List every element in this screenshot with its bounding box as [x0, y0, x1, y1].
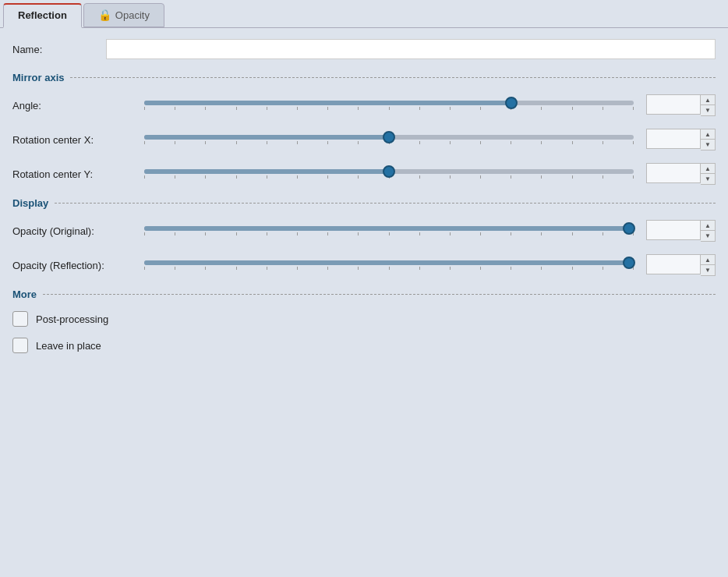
leave-in-place-checkbox[interactable] — [12, 338, 28, 353]
rotation-y-slider-fill — [144, 169, 389, 174]
rotation-y-row: Rotation center Y: 0 ▲ — [12, 163, 716, 185]
opacity-reflection-slider-fill — [144, 260, 629, 265]
opacity-reflection-slider-track[interactable] — [144, 260, 634, 265]
angle-row: Angle: 90° ▲ ▼ — [12, 94, 716, 116]
opacity-original-value[interactable]: 100 % — [646, 220, 701, 240]
angle-slider-thumb[interactable] — [505, 97, 518, 109]
opacity-original-slider-track[interactable] — [144, 226, 634, 231]
lock-icon: 🔒 — [98, 9, 111, 21]
tab-opacity[interactable]: 🔒 Opacity — [83, 3, 164, 27]
rotation-x-row: Rotation center X: 0 ▲ — [12, 129, 716, 150]
tab-bar: Reflection 🔒 Opacity — [0, 0, 728, 28]
name-input[interactable] — [106, 39, 716, 59]
opacity-original-slider-container — [141, 220, 637, 242]
mirror-axis-title: Mirror axis — [12, 72, 64, 83]
opacity-original-row: Opacity (Original): 100 % ▲ — [12, 220, 716, 242]
rotation-y-down-button[interactable]: ▼ — [701, 174, 715, 184]
opacity-reflection-spinner: 100 % ▲ ▼ — [646, 254, 716, 276]
opacity-original-ticks — [144, 232, 634, 235]
tab-reflection-label: Reflection — [18, 9, 67, 21]
opacity-reflection-spinner-buttons: ▲ ▼ — [701, 254, 716, 276]
opacity-original-label: Opacity (Original): — [12, 225, 141, 237]
angle-value[interactable]: 90° — [646, 94, 701, 115]
post-processing-label: Post-processing — [36, 313, 108, 325]
rotation-x-slider-container — [141, 129, 637, 150]
rotation-x-spinner-buttons: ▲ ▼ — [701, 129, 716, 150]
opacity-original-slider-fill — [144, 226, 629, 231]
rotation-x-spinner: 0 ▲ ▼ — [646, 129, 716, 150]
opacity-original-up-button[interactable]: ▲ — [701, 221, 715, 231]
display-line — [55, 203, 716, 204]
rotation-y-slider-thumb[interactable] — [383, 165, 395, 178]
opacity-original-spinner: 100 % ▲ ▼ — [646, 220, 716, 242]
opacity-reflection-ticks — [144, 267, 634, 270]
rotation-x-slider-thumb[interactable] — [383, 131, 395, 143]
rotation-y-slider-track[interactable] — [144, 169, 634, 174]
mirror-axis-header: Mirror axis — [12, 72, 716, 83]
leave-in-place-label: Leave in place — [36, 340, 101, 352]
rotation-y-slider-container — [141, 163, 637, 185]
opacity-reflection-up-button[interactable]: ▲ — [701, 255, 715, 265]
opacity-reflection-slider-thumb[interactable] — [623, 257, 635, 269]
rotation-x-value[interactable]: 0 — [646, 129, 701, 149]
angle-down-button[interactable]: ▼ — [701, 105, 715, 115]
mirror-axis-line — [70, 77, 716, 78]
opacity-reflection-row: Opacity (Reflection): 100 % — [12, 254, 716, 276]
leave-in-place-row: Leave in place — [12, 338, 716, 353]
tab-opacity-label: Opacity — [115, 9, 150, 21]
more-title: More — [12, 288, 37, 300]
rotation-y-value[interactable]: 0 — [646, 163, 701, 183]
content-area: Name: Mirror axis Angle: — [0, 28, 728, 377]
angle-slider-track[interactable] — [144, 101, 634, 105]
rotation-x-slider-track[interactable] — [144, 135, 634, 140]
angle-slider-fill — [144, 101, 511, 105]
angle-label: Angle: — [12, 100, 141, 112]
tab-reflection[interactable]: Reflection — [3, 3, 82, 28]
opacity-original-down-button[interactable]: ▼ — [701, 231, 715, 241]
display-header: Display — [12, 197, 716, 209]
angle-slider-container — [141, 94, 637, 116]
rotation-x-label: Rotation center X: — [12, 134, 141, 146]
rotation-x-down-button[interactable]: ▼ — [701, 140, 715, 150]
rotation-y-up-button[interactable]: ▲ — [701, 164, 715, 174]
post-processing-row: Post-processing — [12, 311, 716, 327]
post-processing-checkbox[interactable] — [12, 311, 28, 327]
main-container: Reflection 🔒 Opacity Name: Mirror axis A… — [0, 0, 728, 577]
name-row: Name: — [12, 39, 716, 59]
more-line — [43, 294, 716, 295]
rotation-x-up-button[interactable]: ▲ — [701, 129, 715, 140]
name-label: Name: — [12, 44, 106, 55]
angle-up-button[interactable]: ▲ — [701, 95, 715, 105]
opacity-reflection-value[interactable]: 100 % — [646, 254, 701, 274]
display-title: Display — [12, 197, 48, 209]
opacity-original-spinner-buttons: ▲ ▼ — [701, 220, 716, 242]
opacity-reflection-slider-container — [141, 254, 637, 276]
rotation-x-slider-fill — [144, 135, 389, 140]
angle-spinner-buttons: ▲ ▼ — [701, 94, 716, 116]
opacity-reflection-label: Opacity (Reflection): — [12, 260, 141, 271]
angle-spinner: 90° ▲ ▼ — [646, 94, 716, 116]
rotation-y-spinner-buttons: ▲ ▼ — [701, 163, 716, 185]
opacity-reflection-down-button[interactable]: ▼ — [701, 265, 715, 275]
more-header: More — [12, 288, 716, 300]
angle-ticks — [144, 107, 634, 110]
rotation-y-spinner: 0 ▲ ▼ — [646, 163, 716, 185]
rotation-y-label: Rotation center Y: — [12, 168, 141, 180]
opacity-original-slider-thumb[interactable] — [623, 222, 635, 235]
